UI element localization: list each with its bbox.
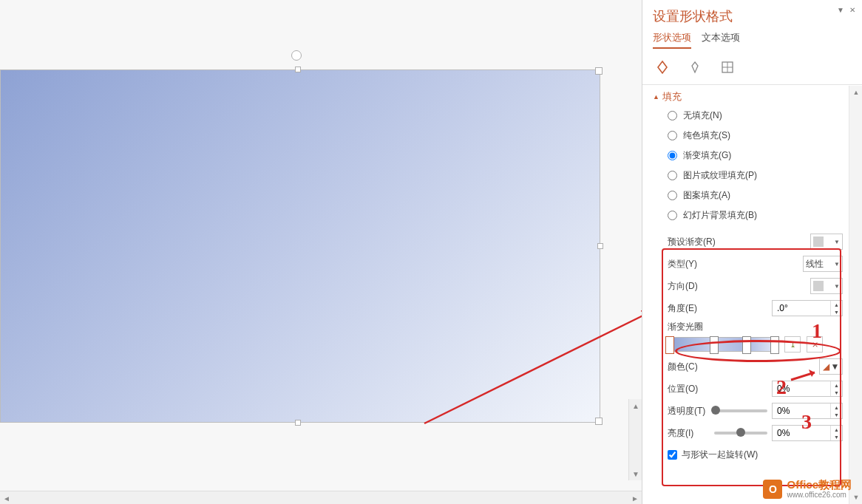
gradient-stops-bar[interactable] <box>668 337 778 352</box>
spin-up-icon[interactable]: ▲ <box>831 403 842 411</box>
add-stop-button[interactable]: ⤓ <box>784 336 801 353</box>
brightness-spinner[interactable]: ▲▼ <box>772 425 843 441</box>
fill-line-icon[interactable] <box>653 58 672 77</box>
transparency-slider[interactable] <box>714 409 767 412</box>
radio-solid-fill[interactable]: 纯色填充(S) <box>668 129 849 142</box>
collapse-icon: ▲ <box>653 93 659 101</box>
radio-gradient-fill[interactable]: 渐变填充(G) <box>668 149 849 162</box>
brightness-slider[interactable] <box>714 432 767 435</box>
format-shape-panel: ▼ ✕ 设置形状格式 形状选项 文本选项 ▲ 填充 无填充(N) 纯色填充(S)… <box>642 0 862 504</box>
horizontal-scrollbar[interactable]: ◄ ► <box>0 491 642 504</box>
transparency-spinner[interactable]: ▲▼ <box>772 403 843 419</box>
row-type: 类型(Y) 线性▼ <box>653 253 849 275</box>
brightness-input[interactable] <box>773 428 826 438</box>
tab-shape-options[interactable]: 形状选项 <box>653 31 691 49</box>
direction-dropdown[interactable]: ▼ <box>810 278 843 294</box>
vertical-scrollbar[interactable]: ▲ ▼ <box>628 399 642 480</box>
spin-up-icon[interactable]: ▲ <box>831 381 842 389</box>
remove-stop-button[interactable]: ⤫ <box>807 336 823 353</box>
row-color: 颜色(C) ◢▼ <box>653 355 849 378</box>
angle-spinner[interactable]: ▲▼ <box>772 300 843 316</box>
radio-slidebg-fill[interactable]: 幻灯片背景填充(B) <box>668 209 849 222</box>
position-input[interactable] <box>773 384 826 394</box>
scroll-down-icon[interactable]: ▼ <box>629 467 642 480</box>
size-properties-icon[interactable] <box>718 58 737 77</box>
scroll-left-icon[interactable]: ◄ <box>0 491 13 504</box>
gradient-shape[interactable] <box>0 69 600 423</box>
panel-close-icon[interactable]: ✕ <box>847 4 858 15</box>
radio-pattern-fill[interactable]: 图案填充(A) <box>668 189 849 202</box>
row-preset-gradient: 预设渐变(R) ▼ <box>653 231 849 253</box>
spin-up-icon[interactable]: ▲ <box>831 301 842 308</box>
color-picker-button[interactable]: ◢▼ <box>819 358 843 375</box>
fill-type-radios: 无填充(N) 纯色填充(S) 渐变填充(G) 图片或纹理填充(P) 图案填充(A… <box>653 109 849 222</box>
row-position: 位置(O) ▲▼ <box>653 378 849 400</box>
section-fill-label: 填充 <box>662 90 682 103</box>
section-fill-toggle[interactable]: ▲ 填充 <box>653 90 849 103</box>
paint-bucket-icon: ◢ <box>823 361 829 372</box>
spin-down-icon[interactable]: ▼ <box>831 389 842 396</box>
row-direction: 方向(D) ▼ <box>653 275 849 297</box>
row-angle: 角度(E) ▲▼ <box>653 297 849 319</box>
slide-canvas: ◄ ► ▲ ▼ <box>0 0 642 504</box>
spin-down-icon[interactable]: ▼ <box>831 308 842 316</box>
tab-text-options[interactable]: 文本选项 <box>702 31 740 49</box>
gradient-stop[interactable] <box>742 336 751 354</box>
gradient-stop[interactable] <box>770 336 779 354</box>
spin-up-icon[interactable]: ▲ <box>831 426 842 433</box>
effects-icon[interactable] <box>685 58 705 77</box>
radio-picture-fill[interactable]: 图片或纹理填充(P) <box>668 169 849 182</box>
radio-no-fill[interactable]: 无填充(N) <box>668 109 849 122</box>
panel-title: 设置形状格式 <box>653 7 852 25</box>
spin-down-icon[interactable]: ▼ <box>831 411 842 418</box>
transparency-input[interactable] <box>773 406 826 416</box>
gradient-stop[interactable] <box>665 336 674 354</box>
preset-gradient-dropdown[interactable]: ▼ <box>810 234 843 250</box>
panel-dropdown-icon[interactable]: ▼ <box>835 4 846 15</box>
spin-down-icon[interactable]: ▼ <box>831 433 842 440</box>
resize-handle[interactable] <box>295 67 301 72</box>
gradient-type-dropdown[interactable]: 线性▼ <box>803 256 843 272</box>
gradient-stops-label: 渐变光圈 <box>668 321 843 333</box>
scroll-up-icon[interactable]: ▲ <box>849 86 862 99</box>
row-transparency: 透明度(T) ▲▼ <box>653 400 849 422</box>
scroll-down-icon[interactable]: ▼ <box>849 491 862 504</box>
position-spinner[interactable]: ▲▼ <box>772 381 843 397</box>
row-brightness: 亮度(I) ▲▼ <box>653 422 849 444</box>
scroll-up-icon[interactable]: ▲ <box>629 399 642 412</box>
resize-handle[interactable] <box>295 420 301 426</box>
angle-input[interactable] <box>773 303 826 313</box>
panel-scrollbar[interactable]: ▲ ▼ <box>849 86 862 504</box>
rotate-handle[interactable] <box>291 50 302 61</box>
gradient-stop[interactable] <box>710 336 719 354</box>
rotate-with-shape-checkbox[interactable]: 与形状一起旋转(W) <box>653 444 849 464</box>
scroll-right-icon[interactable]: ► <box>628 491 642 504</box>
resize-handle[interactable] <box>597 243 603 249</box>
